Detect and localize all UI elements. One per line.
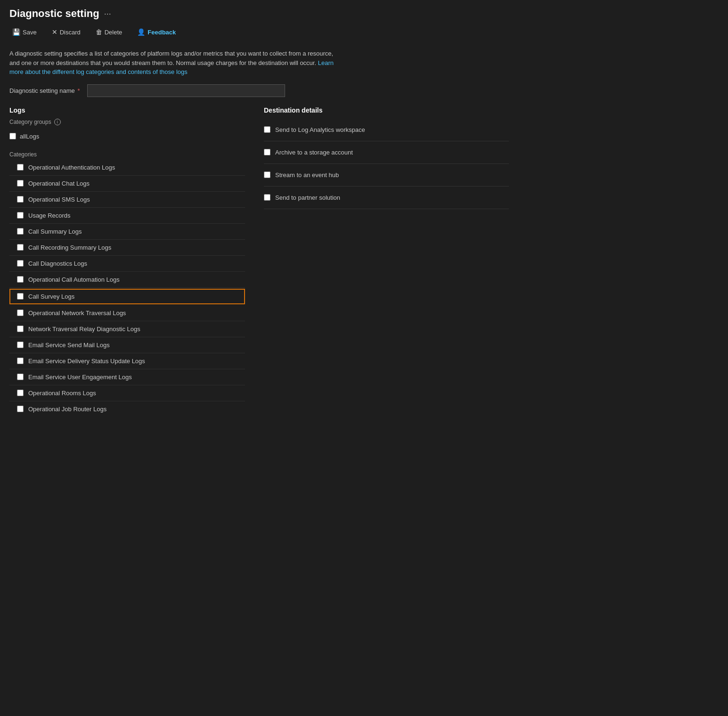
cat15-label[interactable]: Operational Rooms Logs <box>28 390 96 397</box>
dest2-label[interactable]: Archive to a storage account <box>275 149 353 156</box>
cat10-checkbox[interactable] <box>17 309 24 316</box>
list-item: Operational Rooms Logs <box>9 385 245 401</box>
cat2-checkbox[interactable] <box>17 180 24 187</box>
list-item: Call Summary Logs <box>9 224 245 240</box>
list-item: Call Diagnostics Logs <box>9 256 245 272</box>
cat11-label[interactable]: Network Traversal Relay Diagnostic Logs <box>28 325 140 333</box>
list-item: Operational Network Traversal Logs <box>9 305 245 321</box>
cat9-checkbox[interactable] <box>17 293 24 300</box>
alllogs-item: allLogs <box>9 129 245 144</box>
discard-icon: ✕ <box>52 28 57 36</box>
dest4-label[interactable]: Send to partner solution <box>275 194 340 201</box>
cat8-label[interactable]: Operational Call Automation Logs <box>28 276 120 283</box>
cat13-checkbox[interactable] <box>17 358 24 364</box>
cat12-label[interactable]: Email Service Send Mail Logs <box>28 342 110 349</box>
main-content: Logs Category groups i allLogs Categorie… <box>9 106 509 417</box>
alllogs-checkbox[interactable] <box>9 133 16 139</box>
discard-button[interactable]: ✕ Discard <box>49 26 83 38</box>
cat5-label[interactable]: Call Summary Logs <box>28 228 82 235</box>
cat10-label[interactable]: Operational Network Traversal Logs <box>28 309 126 317</box>
cat3-checkbox[interactable] <box>17 196 24 203</box>
categories-list: Operational Authentication Logs Operatio… <box>9 160 245 417</box>
cat5-checkbox[interactable] <box>17 228 24 235</box>
dest1-label[interactable]: Send to Log Analytics workspace <box>275 126 365 133</box>
dest3-item: Stream to an event hub <box>264 164 509 187</box>
cat4-label[interactable]: Usage Records <box>28 212 71 219</box>
toolbar: 💾 Save ✕ Discard 🗑 Delete 👤 Feedback <box>9 26 509 42</box>
list-item: Usage Records <box>9 208 245 224</box>
dest3-label[interactable]: Stream to an event hub <box>275 171 339 179</box>
dest2-checkbox[interactable] <box>264 149 270 155</box>
call-survey-logs-item: Call Survey Logs <box>9 289 245 304</box>
required-marker: * <box>77 87 80 94</box>
cat9-label[interactable]: Call Survey Logs <box>28 293 74 300</box>
cat11-checkbox[interactable] <box>17 325 24 332</box>
list-item: Email Service User Engagement Logs <box>9 369 245 385</box>
page-title: Diagnostic setting <box>9 8 99 20</box>
list-item: Operational Call Automation Logs <box>9 272 245 288</box>
cat16-checkbox[interactable] <box>17 406 24 412</box>
cat8-checkbox[interactable] <box>17 276 24 283</box>
list-item: Email Service Send Mail Logs <box>9 337 245 353</box>
delete-button[interactable]: 🗑 Delete <box>93 26 125 38</box>
list-item: Operational Job Router Logs <box>9 401 245 417</box>
logs-section-title: Logs <box>9 106 245 114</box>
cat16-label[interactable]: Operational Job Router Logs <box>28 406 106 413</box>
cat6-checkbox[interactable] <box>17 244 24 251</box>
cat3-label[interactable]: Operational SMS Logs <box>28 196 90 203</box>
setting-name-label: Diagnostic setting name * <box>9 87 80 94</box>
cat15-checkbox[interactable] <box>17 390 24 396</box>
cat1-checkbox[interactable] <box>17 164 24 171</box>
category-groups-box: Category groups i allLogs <box>9 119 245 144</box>
dest1-checkbox[interactable] <box>264 126 270 133</box>
setting-name-input[interactable] <box>87 84 285 97</box>
list-item: Operational Authentication Logs <box>9 160 245 176</box>
dest4-item: Send to partner solution <box>264 187 509 209</box>
dest3-checkbox[interactable] <box>264 171 270 178</box>
logs-section: Logs Category groups i allLogs Categorie… <box>9 106 245 417</box>
category-groups-info-icon[interactable]: i <box>54 119 61 125</box>
save-button[interactable]: 💾 Save <box>9 26 40 38</box>
cat7-checkbox[interactable] <box>17 260 24 267</box>
list-item: Operational SMS Logs <box>9 192 245 208</box>
cat1-label[interactable]: Operational Authentication Logs <box>28 164 115 171</box>
category-groups-label: Category groups i <box>9 119 245 125</box>
cat6-label[interactable]: Call Recording Summary Logs <box>28 244 111 251</box>
setting-name-row: Diagnostic setting name * <box>9 84 509 97</box>
list-item: Network Traversal Relay Diagnostic Logs <box>9 321 245 337</box>
alllogs-label[interactable]: allLogs <box>20 133 39 140</box>
description-text: A diagnostic setting specifies a list of… <box>9 49 339 77</box>
dest1-item: Send to Log Analytics workspace <box>264 119 509 141</box>
cat12-checkbox[interactable] <box>17 342 24 348</box>
list-item: Email Service Delivery Status Update Log… <box>9 353 245 369</box>
list-item: Call Recording Summary Logs <box>9 240 245 256</box>
cat14-checkbox[interactable] <box>17 374 24 380</box>
cat4-checkbox[interactable] <box>17 212 24 219</box>
destination-section-title: Destination details <box>264 106 509 114</box>
dest2-item: Archive to a storage account <box>264 141 509 164</box>
ellipsis-menu-icon[interactable]: ··· <box>104 9 111 19</box>
cat2-label[interactable]: Operational Chat Logs <box>28 180 90 187</box>
cat7-label[interactable]: Call Diagnostics Logs <box>28 260 87 267</box>
dest4-checkbox[interactable] <box>264 194 270 201</box>
cat14-label[interactable]: Email Service User Engagement Logs <box>28 374 132 381</box>
save-icon: 💾 <box>12 28 20 36</box>
feedback-icon: 👤 <box>137 28 145 36</box>
feedback-button[interactable]: 👤 Feedback <box>134 26 179 38</box>
cat13-label[interactable]: Email Service Delivery Status Update Log… <box>28 358 145 365</box>
page-title-row: Diagnostic setting ··· <box>9 8 509 20</box>
delete-icon: 🗑 <box>96 28 102 36</box>
list-item: Operational Chat Logs <box>9 176 245 192</box>
categories-label: Categories <box>9 151 245 158</box>
destination-section: Destination details Send to Log Analytic… <box>264 106 509 209</box>
